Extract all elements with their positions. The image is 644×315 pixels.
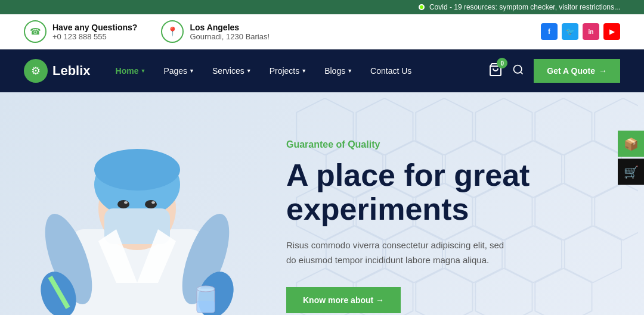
nav-services-label: Services [212,66,244,76]
nav-services-chevron: ▼ [246,68,252,74]
hero-section: Guarantee of Quality A place for great e… [0,92,644,315]
cart-badge: 0 [497,58,507,68]
nav-projects-chevron: ▼ [301,68,306,74]
know-more-label: Know more about → [303,295,384,305]
nav-home-label: Home [116,66,139,76]
covid-banner: Covid - 19 resources: symptom checker, v… [0,0,644,14]
nav-pages[interactable]: Pages ▼ [155,61,203,80]
instagram-icon[interactable]: in [583,23,599,40]
nav-projects-label: Projects [270,66,300,76]
phone-info: Have any Questions? +0 123 888 555 [52,23,137,41]
nav-contact[interactable]: Contact Us [362,61,420,80]
cart-button[interactable]: 0 [488,63,503,79]
svg-point-19 [124,201,128,204]
know-more-button[interactable]: Know more about → [286,287,401,313]
navbar: ⚙ Leblix Home ▼ Pages ▼ Services ▼ Proje… [0,49,644,92]
side-cart-button[interactable]: 🛒 [618,158,644,185]
svg-point-20 [151,201,155,204]
hero-content: Guarantee of Quality A place for great e… [274,92,644,315]
svg-point-17 [117,200,129,208]
nav-blogs[interactable]: Blogs ▼ [316,61,361,80]
search-icon [512,64,524,76]
nav-pages-chevron: ▼ [189,68,194,74]
nav-projects[interactable]: Projects ▼ [261,61,315,80]
hero-image-area [0,92,274,315]
nav-right: 0 Get A Quote → [488,59,620,83]
nav-home-chevron: ▼ [140,68,145,74]
phone-contact: ☎ Have any Questions? +0 123 888 555 [24,20,137,43]
covid-text: Covid - 19 resources: symptom checker, v… [429,3,620,11]
svg-point-18 [145,200,157,208]
youtube-icon[interactable]: ▶ [603,23,620,40]
phone-label: Have any Questions? [52,23,137,32]
svg-point-15 [94,149,180,191]
hero-title: A place for great experiments [286,158,614,226]
phone-value: +0 123 888 555 [52,32,137,41]
phone-icon: ☎ [24,20,47,43]
logo-text: Leblix [52,63,91,79]
get-quote-arrow: → [599,66,607,76]
nav-blogs-label: Blogs [324,66,345,76]
side-buttons: 📦 🛒 [618,130,644,185]
nav-contact-label: Contact Us [370,66,411,76]
logo[interactable]: ⚙ Leblix [24,59,91,83]
svg-rect-12 [197,301,215,313]
hero-description: Risus commodo viverra consectetur adipis… [286,238,513,268]
side-cart-icon: 🛒 [624,164,639,179]
twitter-icon[interactable]: 🐦 [562,23,578,40]
location-contact: 📍 Los Angeles Gournadi, 1230 Barias! [161,20,270,43]
get-quote-button[interactable]: Get A Quote → [534,59,620,83]
nav-pages-label: Pages [163,66,187,76]
svg-point-11 [197,286,215,292]
get-quote-label: Get A Quote [547,66,595,76]
location-icon: 📍 [161,20,184,43]
nav-services[interactable]: Services ▼ [204,61,260,80]
side-package-button[interactable]: 📦 [618,130,644,157]
location-value: Gournadi, 1230 Barias! [190,32,270,41]
facebook-icon[interactable]: f [541,23,558,40]
social-icons: f 🐦 in ▶ [541,23,620,40]
scientist-illustration [12,98,262,315]
nav-links: Home ▼ Pages ▼ Services ▼ Projects ▼ Blo… [107,61,489,80]
logo-icon: ⚙ [24,59,48,83]
covid-dot [419,4,425,10]
nav-blogs-chevron: ▼ [347,68,352,74]
side-package-icon: 📦 [624,136,639,151]
top-bar: ☎ Have any Questions? +0 123 888 555 📍 L… [0,14,644,49]
location-info: Los Angeles Gournadi, 1230 Barias! [190,23,270,41]
top-contacts: ☎ Have any Questions? +0 123 888 555 📍 L… [24,20,270,43]
hero-subtitle: Guarantee of Quality [286,139,614,150]
search-button[interactable] [512,64,524,79]
svg-point-1 [514,65,522,73]
location-label: Los Angeles [190,23,270,32]
nav-home[interactable]: Home ▼ [107,61,154,80]
